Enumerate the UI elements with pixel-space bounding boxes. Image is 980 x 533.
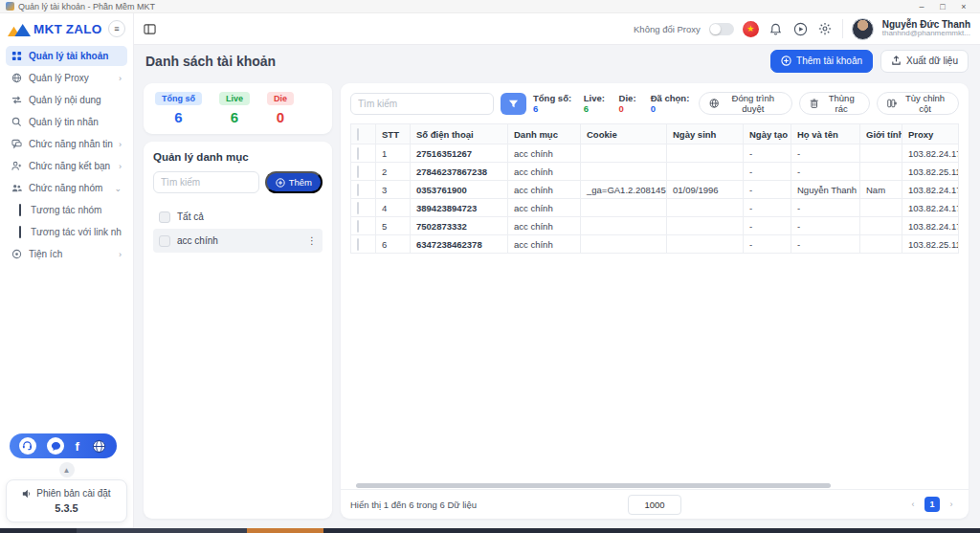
select-all-checkbox[interactable] <box>159 211 170 223</box>
proxy-toggle-switch[interactable] <box>709 23 734 35</box>
category-add-button[interactable]: Thêm <box>265 171 323 193</box>
customize-columns-button[interactable]: Tùy chỉnh cột <box>877 92 959 115</box>
sidebar-item-7[interactable]: Tương tác nhóm <box>6 200 127 220</box>
proxy-icon <box>11 73 23 83</box>
add-account-button[interactable]: Thêm tài khoản <box>770 50 873 73</box>
version-number: 5.3.5 <box>12 502 121 514</box>
export-data-button[interactable]: Xuất dữ liệu <box>880 50 969 73</box>
panel-toggle-icon[interactable] <box>144 23 156 35</box>
facebook-icon[interactable]: f <box>76 439 79 454</box>
row-checkbox[interactable] <box>357 166 359 178</box>
header-checkbox[interactable] <box>357 128 359 141</box>
browser-globe-icon <box>709 98 719 109</box>
cell-proxy: 103.82.25.114:36635:ZqWADMx <box>902 163 959 181</box>
notifications-bell-icon[interactable] <box>768 21 784 37</box>
stat-label: Tổng số <box>155 92 202 105</box>
app-logo: MKT ZALO <box>8 22 101 36</box>
kebab-menu-icon[interactable]: ⋮ <box>307 235 317 246</box>
row-checkbox[interactable] <box>357 220 359 233</box>
cell-category: acc chính <box>508 199 581 217</box>
cell-gender <box>860 144 902 163</box>
table-summary: Tổng số: 6Live: 6Die: 0Đã chọn: 0 <box>533 93 692 114</box>
category-item[interactable]: acc chính⋮ <box>153 229 323 253</box>
zalo-icon[interactable] <box>47 437 64 455</box>
cell-phone: 0353761900 <box>411 181 508 199</box>
sidebar-item-label: Chức năng nhắn tin <box>29 139 113 149</box>
logo-mountains-icon <box>8 22 31 36</box>
sidebar-item-6[interactable]: Chức năng nhóm⌄ <box>6 178 127 198</box>
category-search-input[interactable] <box>153 171 259 193</box>
page-header: Danh sách tài khoản Thêm tài khoản Xuất … <box>134 45 980 77</box>
social-links: f <box>10 433 117 458</box>
sidebar-item-label: Tiện ích <box>29 249 113 259</box>
minimize-button[interactable]: – <box>911 2 932 11</box>
table-row[interactable]: 127516351267acc chính--103.82.24.174:280… <box>351 144 959 163</box>
cell-phone: 7502873332 <box>411 217 508 235</box>
table-search-input[interactable] <box>350 93 494 115</box>
chevron-right-icon: › <box>119 74 122 83</box>
page-size-input[interactable] <box>628 495 681 515</box>
sidebar-collapse-button[interactable]: ≡ <box>108 20 125 37</box>
close-browser-button[interactable]: Đóng trình duyệt <box>699 92 792 115</box>
version-card: Phiên bản cài đặt 5.3.5 <box>6 479 127 522</box>
cell-birthday <box>667 163 744 181</box>
cell-birthday <box>667 144 744 163</box>
content: Tổng số6Live6Die0 Quản lý danh mục Thêm … <box>134 77 980 528</box>
support-icon[interactable] <box>19 437 36 455</box>
stat-total: Tổng số6 <box>155 92 202 125</box>
row-checkbox[interactable] <box>357 202 359 214</box>
sidebar-item-4[interactable]: Chức năng nhắn tin› <box>6 134 127 154</box>
table-row[interactable]: 57502873332acc chính--103.82.24.174:2350… <box>351 217 959 235</box>
cell-category: acc chính <box>508 181 581 199</box>
cell-birthday <box>667 235 744 254</box>
category-card: Quản lý danh mục Thêm Tất cả acc chính⋮ <box>144 142 332 519</box>
column-header: Proxy <box>902 124 959 144</box>
sidebar-item-3[interactable]: Quản lý tin nhắn <box>6 112 127 132</box>
page-title: Danh sách tài khoản <box>145 54 276 69</box>
settings-gear-icon[interactable] <box>817 21 834 37</box>
cell-stt: 2 <box>376 163 411 181</box>
row-checkbox[interactable] <box>357 184 359 196</box>
person-add-icon <box>11 161 23 171</box>
sidebar-item-8[interactable]: Tương tác với link nhóm <box>6 222 127 242</box>
trash-button[interactable]: Thùng rác <box>799 92 869 115</box>
chat-icon <box>11 139 23 149</box>
plus-circle-icon <box>276 178 285 188</box>
row-checkbox[interactable] <box>357 147 359 160</box>
columns-icon <box>887 98 897 109</box>
cell-created: - <box>744 163 791 181</box>
page-1-button[interactable]: 1 <box>924 497 940 512</box>
cell-proxy: 103.82.24.174:28980:SqHo7aBs <box>902 199 959 217</box>
prev-page-button[interactable]: ‹ <box>905 497 921 512</box>
window-title: Quản lý tài khoản - Phần Mềm MKT <box>18 2 155 11</box>
column-header: Ngày sinh <box>667 124 744 144</box>
sidebar-item-5[interactable]: Chức năng kết bạn› <box>6 156 127 176</box>
cell-birthday: 01/09/1996 <box>667 181 744 199</box>
collapse-version-button[interactable]: ▲ <box>59 462 75 477</box>
table-row[interactable]: 227846237867238acc chính--103.82.25.114:… <box>351 163 959 181</box>
table-row[interactable]: 30353761900acc chính_ga=GA1.2.208145...0… <box>351 181 959 199</box>
sidebar-item-1[interactable]: Quản lý Proxy› <box>6 68 127 88</box>
globe-icon[interactable] <box>90 437 107 455</box>
table-row[interactable]: 4389423894723acc chính--103.82.24.174:28… <box>351 199 959 217</box>
sidebar: MKT ZALO ≡ Quản lý tài khoảnQuản lý Prox… <box>0 13 134 528</box>
row-checkbox[interactable] <box>357 238 359 251</box>
close-button[interactable]: × <box>953 2 974 11</box>
category-checkbox[interactable] <box>159 235 170 247</box>
language-flag-icon[interactable]: ★ <box>743 21 759 37</box>
category-select-all[interactable]: Tất cả <box>153 205 323 229</box>
sidebar-item-0[interactable]: Quản lý tài khoản <box>6 46 127 66</box>
table-row[interactable]: 66347238462378acc chính--103.82.25.114:3… <box>351 235 959 254</box>
cell-category: acc chính <box>508 217 581 235</box>
stat-label: Live <box>219 92 250 105</box>
user-avatar[interactable] <box>852 18 874 40</box>
tutorial-play-icon[interactable] <box>792 21 809 37</box>
sidebar-item-2[interactable]: Quản lý nội dung <box>6 90 127 110</box>
next-page-button[interactable]: › <box>944 497 959 512</box>
filter-button[interactable] <box>501 93 526 115</box>
cell-created: - <box>744 181 791 199</box>
maximize-button[interactable]: □ <box>932 2 953 11</box>
cell-gender <box>860 163 902 181</box>
sidebar-item-9[interactable]: Tiện ích› <box>6 244 127 264</box>
cell-stt: 6 <box>376 235 411 254</box>
